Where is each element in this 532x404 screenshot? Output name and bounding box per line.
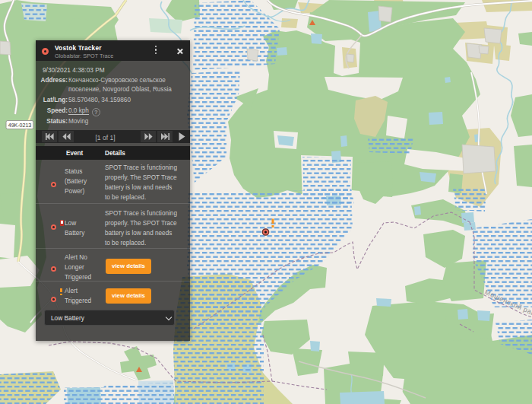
svg-text:49K-0213: 49K-0213 [8,122,31,128]
